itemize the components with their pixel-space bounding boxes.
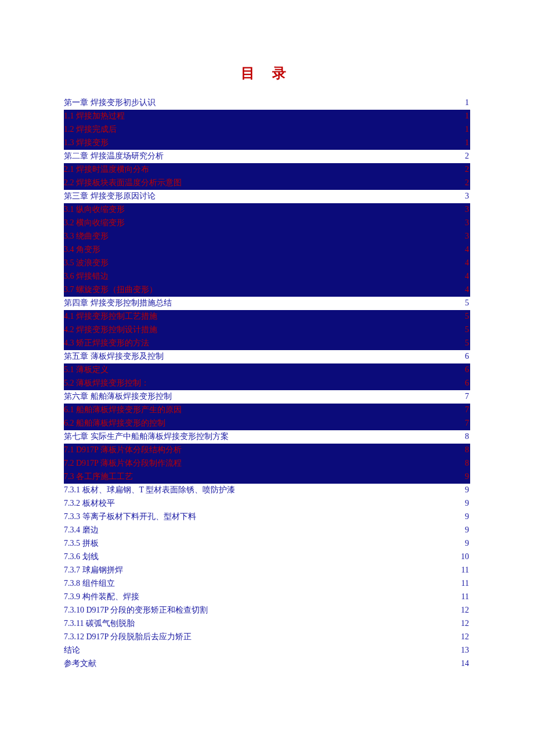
toc-entry-page: 12	[461, 604, 469, 617]
toc-entry-page: 5	[465, 310, 469, 323]
toc-entry-page: 8	[465, 457, 469, 470]
toc-entry[interactable]: 第四章 焊接变形控制措施总结5	[64, 297, 470, 310]
toc-entry[interactable]: 3.1 纵向收缩变形3	[64, 203, 470, 217]
toc-entry-page: 4	[465, 283, 469, 296]
toc-entry[interactable]: 6.1 船舶薄板焊接变形产生的原因7	[64, 404, 470, 417]
toc-entry-label: 7.3.5 拼板	[64, 537, 99, 550]
toc-entry[interactable]: 4.3 矫正焊接变形的方法5	[64, 337, 470, 350]
toc-entry-page: 7	[465, 390, 469, 403]
toc-entry-label: 3.2 横向收缩变形	[64, 217, 125, 229]
toc-entry[interactable]: 第七章 实际生产中船舶薄板焊接变形控制方案8	[64, 430, 470, 444]
toc-entry[interactable]: 7.3.11 碳弧气刨脱胎12	[64, 617, 470, 631]
toc-entry[interactable]: 3.3 绕曲变形3	[64, 230, 470, 243]
toc-entry[interactable]: 3.5 波浪变形4	[64, 257, 470, 270]
toc-entry-page: 7	[465, 417, 469, 430]
document-page: 目 录 第一章 焊接变形初步认识11.1 焊接加热过程11.2 焊接完成后11.…	[0, 0, 534, 717]
toc-entry-label: 5.2 薄板焊接变形控制：	[64, 377, 149, 390]
toc-entry-label: 7.3.10 D917P 分段的变形矫正和检查切割	[64, 604, 208, 617]
toc-entry[interactable]: 第六章 船舶薄板焊接变形控制7	[64, 390, 470, 404]
toc-entry-page: 1	[465, 136, 469, 149]
toc-entry[interactable]: 7.3.1 板材、球扁钢、T 型材表面除锈、喷防护漆9	[64, 484, 470, 497]
toc-entry-label: 4.2 焊接变形控制设计措施	[64, 323, 157, 336]
toc-entry-page: 8	[465, 444, 469, 456]
toc-entry[interactable]: 3.4 角变形4	[64, 243, 470, 257]
toc-entry[interactable]: 2.2 焊接板块表面温度分析示意图2	[64, 177, 470, 190]
toc-entry-page: 5	[465, 323, 469, 336]
toc-entry[interactable]: 1.3 焊接变形1	[64, 136, 470, 150]
toc-entry[interactable]: 第五章 薄板焊接变形及控制6	[64, 350, 470, 363]
toc-entry[interactable]: 7.3.2 板材校平9	[64, 497, 470, 510]
toc-entry[interactable]: 7.3.5 拼板9	[64, 537, 470, 550]
toc-entry-label: 7.3.11 碳弧气刨脱胎	[64, 617, 135, 630]
toc-entry-label: 结论	[64, 644, 80, 657]
toc-entry-page: 11	[461, 591, 469, 603]
toc-entry-label: 3.7 螺旋变形（扭曲变形）	[64, 283, 157, 296]
toc-entry[interactable]: 7.3.9 构件装配、焊接11	[64, 591, 470, 604]
toc-entry-label: 7.3.1 板材、球扁钢、T 型材表面除锈、喷防护漆	[64, 484, 235, 496]
toc-entry[interactable]: 7.3.3 等离子板材下料开孔、型材下料9	[64, 510, 470, 524]
toc-entry-label: 1.1 焊接加热过程	[64, 110, 125, 123]
toc-entry-label: 6.2 船舶薄板焊接变形的控制	[64, 417, 165, 430]
toc-entry-label: 7.3 各工序施工工艺	[64, 470, 133, 483]
toc-entry[interactable]: 7.2 D917P 薄板片体分段制作流程8	[64, 457, 470, 470]
toc-entry[interactable]: 6.2 船舶薄板焊接变形的控制7	[64, 417, 470, 430]
toc-entry-page: 12	[461, 617, 469, 630]
toc-entry-page: 3	[465, 190, 469, 203]
toc-entry[interactable]: 7.3.12 D917P 分段脱胎后去应力矫正12	[64, 631, 470, 644]
toc-entry-label: 第四章 焊接变形控制措施总结	[64, 297, 172, 309]
toc-entry[interactable]: 3.7 螺旋变形（扭曲变形）4	[64, 283, 470, 297]
toc-entry[interactable]: 第一章 焊接变形初步认识1	[64, 96, 470, 110]
toc-entry[interactable]: 7.3 各工序施工工艺9	[64, 470, 470, 484]
toc-entry[interactable]: 4.2 焊接变形控制设计措施5	[64, 323, 470, 337]
toc-entry[interactable]: 7.3.7 球扁钢拼焊11	[64, 564, 470, 577]
toc-entry[interactable]: 2.1 焊接时温度横向分布2	[64, 163, 470, 177]
toc-entry-label: 4.3 矫正焊接变形的方法	[64, 337, 149, 350]
toc-entry-label: 第七章 实际生产中船舶薄板焊接变形控制方案	[64, 430, 229, 443]
toc-entry-page: 4	[465, 243, 469, 256]
toc-entry-page: 11	[461, 577, 469, 590]
toc-entry-page: 10	[461, 550, 469, 563]
toc-entry-page: 8	[465, 430, 469, 443]
toc-entry-page: 9	[465, 484, 469, 496]
toc-entry[interactable]: 结论13	[64, 644, 470, 657]
toc-entry[interactable]: 7.3.4 磨边9	[64, 524, 470, 537]
toc-entry-label: 6.1 船舶薄板焊接变形产生的原因	[64, 404, 182, 416]
toc-entry[interactable]: 1.2 焊接完成后1	[64, 123, 470, 136]
toc-entry[interactable]: 7.3.8 组件组立11	[64, 577, 470, 591]
toc-entry-page: 11	[461, 564, 469, 577]
toc-entry[interactable]: 5.1 薄板定义6	[64, 363, 470, 377]
toc-entry-page: 5	[465, 297, 469, 309]
toc-entry[interactable]: 7.3.6 划线10	[64, 550, 470, 564]
toc-entry[interactable]: 5.2 薄板焊接变形控制：6	[64, 377, 470, 390]
toc-entry[interactable]: 4.1 焊接变形控制工艺措施5	[64, 310, 470, 323]
toc-entry[interactable]: 参考文献14	[64, 657, 470, 671]
toc-entry[interactable]: 第三章 焊接变形原因讨论3	[64, 190, 470, 203]
toc-entry-page: 13	[461, 644, 469, 657]
toc-entry-page: 2	[465, 177, 469, 189]
toc-entry-label: 7.3.12 D917P 分段脱胎后去应力矫正	[64, 631, 192, 643]
toc-entry-label: 5.1 薄板定义	[64, 363, 109, 376]
toc-entry[interactable]: 3.6 焊接错边4	[64, 270, 470, 283]
toc-entry-page: 2	[465, 163, 469, 176]
toc-entry[interactable]: 7.1 D917P 薄板片体分段结构分析8	[64, 444, 470, 457]
toc-entry-label: 3.5 波浪变形	[64, 257, 109, 269]
toc-entry-page: 5	[465, 337, 469, 350]
toc-entry-page: 1	[465, 110, 469, 123]
toc-entry[interactable]: 1.1 焊接加热过程1	[64, 110, 470, 123]
toc-entry-page: 6	[465, 377, 469, 390]
toc-entry-page: 7	[465, 404, 469, 416]
toc-entry[interactable]: 7.3.10 D917P 分段的变形矫正和检查切割12	[64, 604, 470, 617]
toc-entry-label: 7.2 D917P 薄板片体分段制作流程	[64, 457, 182, 470]
toc-entry-label: 7.3.3 等离子板材下料开孔、型材下料	[64, 510, 196, 523]
toc-entry[interactable]: 3.2 横向收缩变形3	[64, 217, 470, 230]
toc-entry[interactable]: 第二章 焊接温度场研究分析2	[64, 150, 470, 163]
toc-entry-page: 2	[465, 150, 469, 163]
toc-entry-page: 1	[465, 123, 469, 136]
toc-entry-page: 3	[465, 230, 469, 243]
toc-entry-label: 7.3.9 构件装配、焊接	[64, 591, 139, 603]
toc-entry-page: 6	[465, 350, 469, 363]
toc-entry-page: 4	[465, 270, 469, 283]
toc-entry-label: 7.3.2 板材校平	[64, 497, 115, 510]
toc-entry-label: 3.1 纵向收缩变形	[64, 203, 125, 216]
toc-entry-page: 4	[465, 257, 469, 269]
